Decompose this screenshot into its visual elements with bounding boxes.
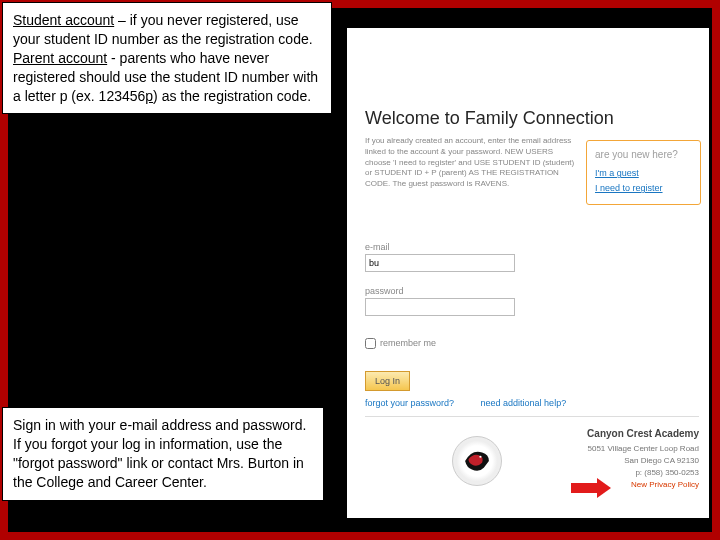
red-arrow-icon xyxy=(571,480,611,496)
addr-line1: 5051 Village Center Loop Road xyxy=(587,443,699,455)
login-form: e-mail password remember me Log In xyxy=(365,232,565,391)
remember-checkbox[interactable] xyxy=(365,338,376,349)
parent-p-letter: p xyxy=(145,88,153,104)
school-logo xyxy=(452,436,502,486)
login-button[interactable]: Log In xyxy=(365,371,410,391)
school-name: Canyon Crest Academy xyxy=(587,426,699,441)
remember-label: remember me xyxy=(380,338,436,348)
email-field[interactable] xyxy=(365,254,515,272)
forgot-password-link[interactable]: forgot your password? xyxy=(365,398,454,408)
remember-row: remember me xyxy=(365,338,565,349)
register-link[interactable]: I need to register xyxy=(595,183,692,193)
new-here-box: are you new here? I'm a guest I need to … xyxy=(586,140,701,205)
parent-account-label: Parent account xyxy=(13,50,107,66)
additional-help-link[interactable]: need additional help? xyxy=(481,398,567,408)
family-connection-panel: Welcome to Family Connection If you alre… xyxy=(347,28,709,518)
divider xyxy=(365,416,699,417)
svg-point-0 xyxy=(479,456,481,458)
email-label: e-mail xyxy=(365,242,565,252)
new-here-question: are you new here? xyxy=(595,149,692,160)
raven-icon xyxy=(460,444,494,478)
page-title: Welcome to Family Connection xyxy=(365,108,614,129)
student-account-label: Student account xyxy=(13,12,114,28)
password-field[interactable] xyxy=(365,298,515,316)
callout-registration-info: Student account – if you never registere… xyxy=(2,2,332,114)
addr-line2: San Diego CA 92130 xyxy=(587,455,699,467)
password-label: password xyxy=(365,286,565,296)
guest-link[interactable]: I'm a guest xyxy=(595,168,692,178)
help-links: forgot your password? need additional he… xyxy=(365,398,590,408)
parent-account-text-end: ) as the registration code. xyxy=(153,88,311,104)
page-intro: If you already created an account, enter… xyxy=(365,136,575,190)
callout-signin-info: Sign in with your e-mail address and pas… xyxy=(2,407,324,501)
signin-info-text: Sign in with your e-mail address and pas… xyxy=(13,417,306,490)
